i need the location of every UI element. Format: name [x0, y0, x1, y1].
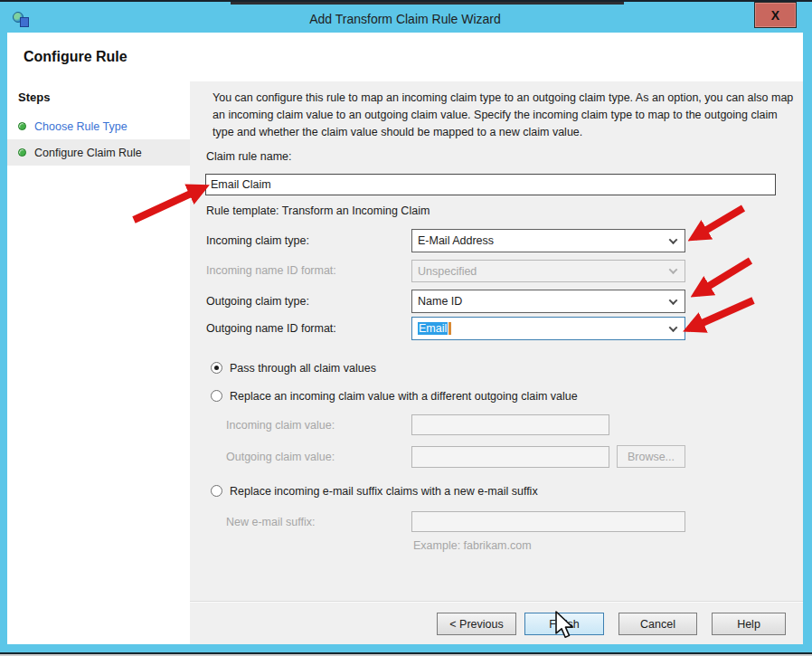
claim-rule-name-label: Claim rule name: — [206, 150, 291, 163]
help-button[interactable]: Help — [712, 613, 786, 635]
incoming-claim-value-input — [411, 414, 609, 435]
outgoing-name-id-format-select[interactable]: Email — [411, 317, 685, 340]
browse-button: Browse... — [617, 445, 685, 468]
sidebar-item-configure-claim-rule: Configure Claim Rule — [7, 139, 190, 166]
steps-sidebar: Steps Choose Rule Type Configure Claim R… — [7, 81, 190, 644]
radio-pass-through-label[interactable]: Pass through all claim values — [230, 362, 376, 375]
chevron-down-icon — [669, 323, 678, 332]
body-row: Steps Choose Rule Type Configure Claim R… — [7, 81, 803, 644]
outgoing-claim-value-input — [411, 446, 609, 468]
chevron-down-icon — [669, 265, 678, 274]
rule-description: You can configure this rule to map an in… — [212, 90, 796, 141]
close-button[interactable]: X — [754, 2, 797, 28]
claim-rule-name-input[interactable] — [205, 174, 776, 195]
radio-replace-claim-value-label[interactable]: Replace an incoming claim value with a d… — [230, 390, 578, 403]
incoming-claim-type-label: Incoming claim type: — [206, 234, 309, 247]
selected-value: Name ID — [418, 295, 670, 308]
step-bullet-icon — [18, 122, 26, 130]
new-email-suffix-label: New e-mail suffix: — [226, 516, 315, 528]
window-title: Add Transform Claim Rule Wizard — [7, 12, 803, 26]
add-transform-claim-rule-wizard-dialog: Add Transform Claim Rule Wizard X Config… — [0, 5, 812, 654]
chevron-down-icon — [669, 235, 678, 244]
outgoing-claim-type-label: Outgoing claim type: — [206, 295, 309, 308]
incoming-name-id-format-select: Unspecified — [411, 260, 685, 282]
radio-replace-email-suffix[interactable] — [211, 485, 222, 497]
previous-button[interactable]: < Previous — [437, 613, 516, 635]
cancel-button[interactable]: Cancel — [618, 613, 697, 635]
radio-replace-claim-value[interactable] — [211, 390, 222, 402]
outgoing-claim-value-label: Outgoing claim value: — [226, 451, 335, 463]
step-label: Choose Rule Type — [34, 120, 127, 133]
screen: Add Transform Claim Rule Wizard X Config… — [0, 0, 812, 656]
incoming-claim-type-select[interactable]: E-Mail Address — [411, 229, 685, 252]
chevron-down-icon — [669, 296, 678, 305]
radio-pass-through[interactable] — [211, 362, 222, 374]
steps-heading: Steps — [7, 87, 190, 113]
dialog-body: Configure Rule Steps Choose Rule Type Co… — [7, 33, 803, 644]
new-email-suffix-input — [411, 511, 685, 532]
finish-button[interactable]: Finish — [524, 613, 604, 635]
text-caret — [448, 322, 451, 335]
selected-value: Unspecified — [418, 265, 670, 278]
selected-text-highlight: Email — [418, 322, 448, 336]
rule-template-label: Rule template: Transform an Incoming Cla… — [206, 204, 430, 217]
sidebar-item-choose-rule-type[interactable]: Choose Rule Type — [7, 113, 190, 139]
incoming-name-id-format-label: Incoming name ID format: — [206, 264, 336, 277]
title-bar: Add Transform Claim Rule Wizard X — [7, 5, 803, 33]
radio-replace-email-suffix-label[interactable]: Replace incoming e-mail suffix claims wi… — [230, 485, 538, 498]
outgoing-claim-type-select[interactable]: Name ID — [411, 290, 685, 313]
step-bullet-icon — [18, 148, 26, 157]
step-label: Configure Claim Rule — [34, 147, 142, 159]
selected-value: E-Mail Address — [418, 234, 670, 247]
outgoing-name-id-format-label: Outgoing name ID format: — [206, 322, 336, 335]
footer-divider — [190, 601, 803, 603]
page-title: Configure Rule — [7, 33, 803, 81]
main-panel: You can configure this rule to map an in… — [190, 81, 803, 644]
incoming-claim-value-label: Incoming claim value: — [226, 419, 335, 432]
email-suffix-example-hint: Example: fabrikam.com — [413, 539, 532, 552]
